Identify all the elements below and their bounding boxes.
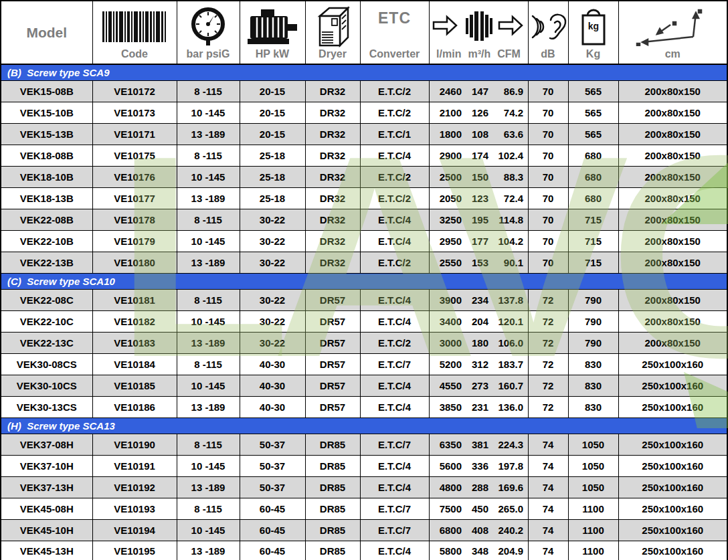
cell-dryer: DR85 [305,498,360,519]
cell-etc-converter: E.T.C/4 [360,476,429,498]
flow-m3h: 348 [468,545,488,557]
cell-etc-converter: E.T.C/7 [360,353,429,375]
cell-code: VE10193 [92,498,177,519]
flow-m3h: 381 [468,439,488,450]
cell-etc-converter: E.T.C/4 [360,455,429,476]
cell-kg: 830 [568,353,618,375]
flow-cfm: 160.7 [495,380,523,391]
cell-pressure: 13 -189 [177,252,240,273]
cell-etc-converter: E.T.C/7 [360,519,429,541]
section-title: (H) Screw type SCA13 [1,417,727,434]
cell-pressure: 8 -115 [177,209,240,230]
cell-model: VEK15-10B [1,102,92,123]
cell-code: VE10190 [92,434,177,455]
cell-pressure: 13 -189 [177,396,240,417]
db-header-label: dB [541,48,555,60]
flow-m3h: 288 [468,482,488,493]
flow-cfm: 114.8 [495,214,523,225]
flow-unit-lmin: l/min [436,48,461,60]
compressor-spec-table: Model [0,0,728,560]
airflow-filter-icon [431,5,526,48]
weight-icon: kg [578,5,609,48]
cell-etc-converter: E.T.C/7 [360,434,429,455]
cell-flow: 246014786.9 [429,80,528,102]
cell-etc-converter: E.T.C/1 [360,123,429,145]
flow-cfm: 72.4 [495,193,523,204]
table-row: VEK15-10BVE1017310 -14520-15DR32E.T.C/22… [1,102,727,123]
flow-lmin: 3900 [434,294,462,306]
cell-code: VE10172 [92,80,177,102]
cell-db: 70 [528,166,568,187]
cell-code: VE10181 [92,289,177,310]
cell-dryer: DR32 [305,80,360,102]
cell-db: 70 [528,209,568,230]
cell-power: 30-22 [240,332,305,353]
flow-cfm: 224.3 [495,439,523,450]
cell-code: VE10191 [92,455,177,476]
cell-flow: 180010863.6 [429,123,528,145]
flow-lmin: 2550 [434,257,462,268]
flow-lmin: 2950 [434,236,462,247]
flow-lmin: 1800 [434,128,462,140]
cell-flow: 205012372.4 [429,187,528,209]
cell-code: VE10179 [92,230,177,252]
cell-power: 30-22 [240,209,305,230]
flow-lmin: 3250 [434,214,462,225]
flow-cfm: 88.3 [495,171,523,183]
cell-power: 30-22 [240,289,305,310]
cell-kg: 565 [568,80,618,102]
cell-code: VE10180 [92,252,177,273]
cell-etc-converter: E.T.C/2 [360,332,429,353]
cell-pressure: 10 -145 [177,102,240,123]
cell-flow: 2900174102.4 [429,145,528,166]
flow-cfm: 137.8 [495,294,523,306]
flow-m3h: 408 [468,525,488,536]
column-header-power: HP kW [240,1,305,64]
code-header-label: Code [121,48,148,60]
table-row: VEK37-08HVE101908 -11550-37DR85E.T.C/763… [1,434,727,455]
etc-header-top-label: ETC [378,9,411,27]
cell-pressure: 13 -189 [177,332,240,353]
cell-cm: 250x100x160 [618,519,727,541]
cell-kg: 1050 [568,455,618,476]
cell-cm: 200x80x150 [618,102,727,123]
cell-pressure: 10 -145 [177,519,240,541]
cell-etc-converter: E.T.C/2 [360,102,429,123]
cell-model: VEK18-08B [1,145,92,166]
cell-db: 72 [528,353,568,375]
cell-model: VEK22-10C [1,310,92,332]
cell-cm: 200x80x150 [618,310,727,332]
cell-kg: 1100 [568,498,618,519]
table-row: VEK18-10BVE1017610 -14525-18DR32E.T.C/22… [1,166,727,187]
cell-cm: 200x80x150 [618,166,727,187]
flow-cfm: 63.6 [495,128,523,140]
flow-cfm: 90.1 [495,257,523,268]
cell-power: 60-45 [240,498,305,519]
cell-cm: 200x80x150 [618,289,727,310]
table-row: VEK15-13BVE1017113 -18920-15DR32E.T.C/11… [1,123,727,145]
noise-ear-icon [528,5,568,48]
cell-flow: 5800348204.9 [429,541,528,560]
section-header-row: (H) Screw type SCA13 [1,417,727,434]
cell-db: 70 [528,252,568,273]
cell-code: VE10177 [92,187,177,209]
cell-pressure: 8 -115 [177,289,240,310]
table-row: VEK45-13HVE1019513 -18960-45DR85E.T.C/45… [1,541,727,560]
cell-power: 60-45 [240,541,305,560]
flow-lmin: 6350 [434,439,462,450]
cell-dryer: DR32 [305,187,360,209]
flow-lmin: 2050 [434,193,462,204]
dryer-icon [312,5,353,48]
cell-kg: 1100 [568,541,618,560]
flow-lmin: 2100 [434,107,462,118]
flow-lmin: 2460 [434,86,462,97]
cell-dryer: DR85 [305,455,360,476]
cell-pressure: 13 -189 [177,476,240,498]
cell-power: 40-30 [240,353,305,375]
compressor-spec-sheet: Model [0,0,728,560]
barcode-icon [102,5,167,48]
cell-kg: 715 [568,252,618,273]
flow-cfm: 204.9 [495,545,523,557]
cell-dryer: DR57 [305,332,360,353]
cell-model: VEK37-10H [1,455,92,476]
